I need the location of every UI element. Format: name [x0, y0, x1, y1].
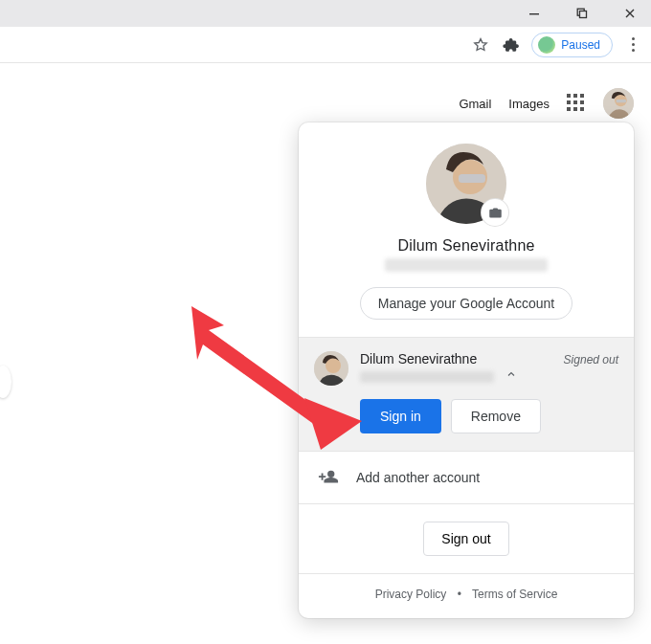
account-name: Dilum Senevirathne: [318, 237, 615, 255]
other-account-name: Dilum Senevirathne: [360, 351, 552, 366]
chevron-up-icon[interactable]: [505, 367, 517, 383]
images-link[interactable]: Images: [508, 97, 550, 111]
browser-toolbar: Paused: [0, 27, 651, 63]
profile-paused-chip[interactable]: Paused: [531, 33, 613, 57]
add-account-label: Add another account: [356, 470, 480, 485]
change-photo-button[interactable]: [482, 199, 508, 226]
separator-dot: •: [450, 588, 469, 601]
legal-row: Privacy Policy • Terms of Service: [299, 574, 634, 618]
privacy-policy-link[interactable]: Privacy Policy: [375, 588, 447, 601]
window-titlebar: [0, 0, 651, 27]
svg-rect-2: [580, 11, 587, 18]
paused-label: Paused: [561, 38, 600, 52]
remove-account-button[interactable]: Remove: [451, 399, 541, 433]
google-apps-icon[interactable]: [567, 94, 586, 113]
google-top-nav: Gmail Images: [459, 88, 634, 119]
person-add-icon: [318, 467, 339, 488]
minimize-button[interactable]: [519, 1, 550, 26]
gmail-link[interactable]: Gmail: [459, 97, 491, 111]
other-account-email-blurred: [360, 371, 494, 383]
camera-icon: [488, 206, 503, 220]
account-avatar-small[interactable]: [603, 88, 634, 119]
account-email-blurred: [385, 258, 548, 272]
left-edge-artifact: [0, 366, 11, 398]
sign-out-button[interactable]: Sign out: [423, 522, 508, 556]
svg-rect-0: [529, 13, 539, 14]
bookmark-star-icon[interactable]: [470, 34, 491, 56]
terms-of-service-link[interactable]: Terms of Service: [472, 588, 557, 601]
profile-swirl-icon: [538, 36, 555, 54]
add-account-row[interactable]: Add another account: [299, 452, 634, 504]
close-button[interactable]: [615, 1, 645, 26]
svg-rect-8: [459, 174, 485, 183]
signed-out-label: Signed out: [564, 353, 618, 366]
kebab-menu-icon[interactable]: [622, 37, 643, 52]
extensions-icon[interactable]: [501, 34, 522, 56]
svg-marker-12: [304, 398, 362, 450]
annotation-arrow: [191, 306, 373, 450]
maximize-button[interactable]: [567, 1, 597, 26]
manage-account-button[interactable]: Manage your Google Account: [360, 287, 572, 320]
svg-rect-5: [617, 100, 626, 102]
